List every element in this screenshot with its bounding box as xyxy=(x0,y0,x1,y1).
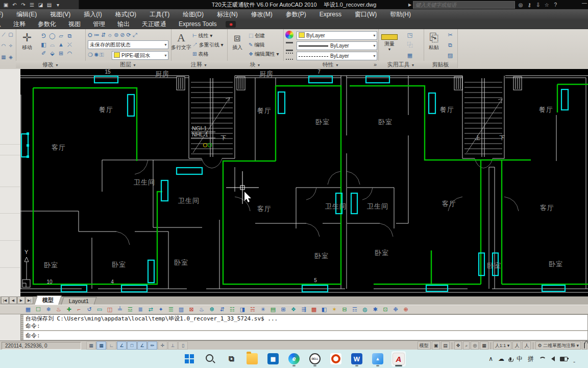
tool-icon-2[interactable]: ▨ xyxy=(445,51,455,61)
ribbon-tab-2[interactable]: 参数化 xyxy=(32,19,62,29)
tool-icon-10[interactable]: ⊞ xyxy=(57,49,65,58)
taskbar-store-icon[interactable]: ▦ xyxy=(266,351,280,366)
tool-icon-1[interactable]: ◯ xyxy=(48,32,57,40)
tool-icon-1[interactable]: ⿻ xyxy=(405,41,415,51)
menu-item-2[interactable]: 视图(V) xyxy=(43,9,77,19)
tool-icon-5[interactable]: ◈ xyxy=(7,52,14,63)
block-create-button[interactable]: ⬚ 创建 xyxy=(249,31,279,40)
tool-icon-5[interactable]: ⊘ xyxy=(120,31,125,39)
properties-panel-label[interactable]: 特性 ▼» xyxy=(283,61,378,68)
battery-icon[interactable] xyxy=(560,357,568,361)
autoscale-button[interactable]: 人 xyxy=(522,341,531,350)
status-toggle-button-3[interactable]: ∠ xyxy=(117,341,127,350)
tianzheng-tool-icon-27[interactable]: ⇶ xyxy=(299,305,309,314)
tianzheng-tool-icon-8[interactable]: ◫ xyxy=(105,305,115,314)
tool-icon-2[interactable]: ⇵ xyxy=(101,31,106,39)
ribbon-tab-3[interactable]: 视图 xyxy=(62,19,87,29)
layout-nav-button-2[interactable]: ▶ xyxy=(17,296,25,304)
tianzheng-tool-icon-21[interactable]: ◨ xyxy=(237,305,248,314)
taskbar-task-icon[interactable]: ⧉ xyxy=(224,351,238,366)
tool-icon-0[interactable]: ⅁ xyxy=(39,32,48,40)
tool-icon-1[interactable]: ⧉ xyxy=(445,41,455,51)
zoom-button[interactable]: ⌕ xyxy=(463,341,470,350)
tianzheng-tool-icon-12[interactable]: ⇄ xyxy=(145,305,156,314)
taskbar-word-icon[interactable]: W xyxy=(350,351,364,366)
tianzheng-tool-icon-28[interactable]: ▩ xyxy=(309,305,319,314)
ribbon-tab-0[interactable]: 默认 xyxy=(0,19,7,29)
tianzheng-tool-icon-33[interactable]: ◍ xyxy=(360,305,370,314)
tool-icon-2[interactable]: ▱ xyxy=(57,32,65,40)
tianzheng-tool-icon-4[interactable]: ✚ xyxy=(64,305,74,314)
menu-item-12[interactable]: 帮助(H) xyxy=(383,9,418,19)
layout-nav-button-3[interactable]: ▶| xyxy=(26,296,33,304)
tianzheng-tool-icon-23[interactable]: ✳ xyxy=(258,305,268,314)
tianzheng-tool-icon-18[interactable]: ❆ xyxy=(207,305,217,314)
table-button[interactable]: ⊞ 表格 xyxy=(192,50,224,59)
tianzheng-tool-icon-3[interactable]: ♨ xyxy=(54,305,64,314)
menu-item-6[interactable]: 绘图(D) xyxy=(176,9,210,19)
model-space-button[interactable]: 模型 xyxy=(418,341,431,350)
tianzheng-tool-icon-6[interactable]: ↺ xyxy=(84,305,94,314)
tianzheng-tool-icon-30[interactable]: ✶ xyxy=(329,305,339,314)
search-expand-icon[interactable]: ▶ xyxy=(408,3,411,7)
tianzheng-tool-icon-24[interactable]: ▤ xyxy=(268,305,278,314)
modify-panel-label[interactable]: 修改 ▼ xyxy=(16,61,85,68)
block-edit-button[interactable]: ✎ 编辑 xyxy=(249,40,279,50)
tool-icon-0[interactable]: ◳ xyxy=(405,31,415,41)
tianzheng-tool-icon-22[interactable]: ☵ xyxy=(248,305,258,314)
taskbar-win-icon[interactable] xyxy=(182,351,197,366)
ribbon-tab-5[interactable]: 输出 xyxy=(111,19,136,29)
tianzheng-tool-icon-34[interactable]: ✱ xyxy=(370,305,380,314)
menu-item-3[interactable]: 插入(I) xyxy=(77,9,108,19)
linetype-dropdown[interactable]: ByLayer▼ xyxy=(297,52,377,60)
menu-item-4[interactable]: 格式(O) xyxy=(109,9,143,19)
status-toggle-button-6[interactable]: ✏ xyxy=(148,341,157,350)
tianzheng-tool-icon-29[interactable]: ◧ xyxy=(319,305,329,314)
tray-chevron-icon[interactable]: ∧ xyxy=(488,355,493,362)
status-toggle-button-1[interactable]: ▦ xyxy=(96,341,106,350)
tianzheng-tool-icon-7[interactable]: ▭ xyxy=(94,305,105,314)
onedrive-icon[interactable]: ☁ xyxy=(498,355,504,362)
layout-nav-button-0[interactable]: |◀ xyxy=(1,296,9,304)
status-toggle-button-7[interactable]: ✛ xyxy=(158,341,167,350)
infocenter-icon-3[interactable]: ☆ xyxy=(543,2,551,8)
ribbon-tabrow-media-icon[interactable]: ◉ xyxy=(226,21,236,28)
tool-icon-9[interactable]: ⬙ xyxy=(48,49,57,58)
ribbon-tab-1[interactable]: 注释 xyxy=(7,19,32,29)
annotate-panel-label[interactable]: 注释 ▼ xyxy=(171,61,227,68)
menu-item-10[interactable]: Express xyxy=(313,9,348,19)
tool-icon-8[interactable]: ✐ xyxy=(39,49,48,58)
menu-item-7[interactable]: 标注(N) xyxy=(210,9,244,19)
tool-icon-6[interactable]: ▲ xyxy=(57,40,65,49)
taskbar-dell-icon[interactable]: DELL xyxy=(308,351,322,366)
menu-item-8[interactable]: 修改(M) xyxy=(244,9,279,19)
mtext-button[interactable]: A 多行文字 xyxy=(171,31,191,50)
tianzheng-tool-icon-32[interactable]: ☶ xyxy=(350,305,360,314)
microphone-icon[interactable] xyxy=(509,357,511,361)
tool-icon-3[interactable]: ⧉ xyxy=(65,32,74,40)
tool-icon-4[interactable]: ◧ xyxy=(39,40,48,49)
tool-icon-3[interactable]: ✧ xyxy=(7,40,14,52)
taskbar-acad-icon[interactable]: A xyxy=(391,351,406,366)
tianzheng-tool-icon-2[interactable]: ❄ xyxy=(43,305,54,314)
linear-dim-button[interactable]: ⊢ 线性 ▾ xyxy=(192,31,224,40)
menu-item-5[interactable]: 工具(T) xyxy=(143,9,176,19)
paste-button[interactable]: ⎘ 粘贴 xyxy=(424,31,444,50)
showmotion-button[interactable]: ▦ xyxy=(480,341,488,350)
tianzheng-tool-icon-17[interactable]: ♨ xyxy=(197,305,207,314)
object-color-dropdown[interactable]: ByLayer▼ xyxy=(297,31,377,40)
tool-icon-2[interactable]: ▦ xyxy=(405,51,415,61)
layers-panel-label[interactable]: 图层 ▼ xyxy=(85,61,171,68)
tool-icon-0[interactable]: ⛭ xyxy=(88,31,92,39)
tool-icon-1[interactable]: ✺ xyxy=(94,51,99,59)
tianzheng-tool-icon-26[interactable]: ❖ xyxy=(288,305,299,314)
tianzheng-tool-icon-36[interactable]: ❉ xyxy=(390,305,401,314)
tool-icon-4[interactable]: ⊜ xyxy=(114,31,118,39)
lineweight-dropdown[interactable]: ByLayer▼ xyxy=(297,41,377,50)
status-toggle-button-4[interactable]: □ xyxy=(127,341,137,350)
taskbar-search-icon[interactable] xyxy=(203,351,217,366)
block-edit-attr-button[interactable]: ❖ 编辑属性 ▾ xyxy=(249,50,279,59)
infocenter-icon-1[interactable]: ⚷ xyxy=(525,2,533,8)
steeringwheel-button[interactable]: ◎ xyxy=(471,341,479,350)
mleader-button[interactable]: ↗ 多重引线 ▾ xyxy=(192,40,224,50)
